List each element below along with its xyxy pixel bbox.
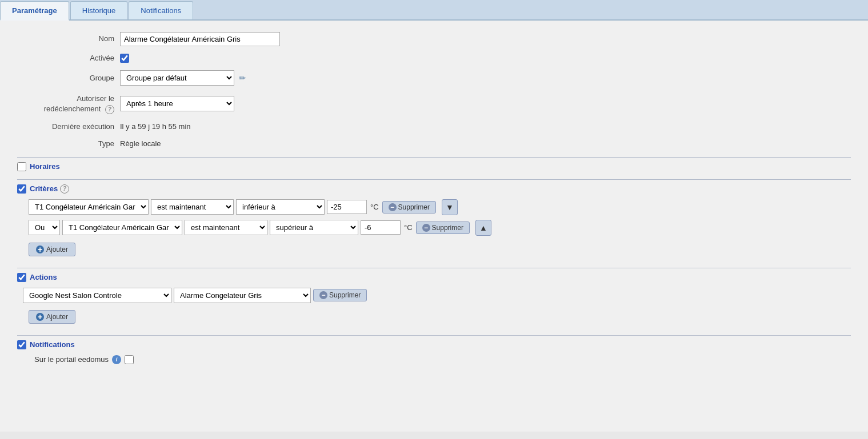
tab-parametrage[interactable]: Paramétrage: [0, 1, 69, 21]
activee-label: Activée: [17, 53, 120, 63]
horaires-section: Horaires: [17, 157, 851, 171]
portail-checkbox[interactable]: [125, 355, 134, 364]
activee-checkbox[interactable]: [120, 54, 129, 63]
activee-row: Activée: [17, 53, 851, 63]
actions-section-header: Actions: [17, 268, 851, 282]
criteria-1-value-input[interactable]: [327, 200, 367, 214]
minus-icon-2: −: [422, 224, 430, 232]
action-1-action-select[interactable]: Alarme Congelateur Gris: [174, 288, 311, 303]
criteria-2-remove-button[interactable]: − Supprimer: [416, 221, 470, 234]
criteres-help-icon[interactable]: ?: [60, 184, 69, 194]
criteria-add-row: + Ajouter: [17, 240, 851, 256]
criteria-1-remove-button[interactable]: − Supprimer: [382, 201, 436, 214]
minus-icon-1: −: [389, 203, 397, 211]
criteria-1-device-select[interactable]: T1 Congélateur Américain Garage (: [29, 199, 149, 215]
groupe-row: Groupe Groupe par défaut ✏: [17, 70, 851, 86]
type-value: Règle locale: [120, 139, 161, 148]
criteria-row-2: Ou Et T1 Congélateur Américain Garage ( …: [17, 220, 851, 236]
criteria-1-condition-select[interactable]: inférieur à supérieur à égal à: [236, 199, 325, 215]
criteria-1-move-down-button[interactable]: ▼: [442, 199, 458, 215]
notifications-checkbox[interactable]: [17, 340, 26, 349]
minus-icon-action-1: −: [319, 291, 327, 299]
horaires-title: Horaires: [30, 162, 60, 171]
autoriser-select[interactable]: Après 1 heure Jamais Après 15 minutes Ap…: [120, 96, 234, 111]
nom-input[interactable]: [120, 32, 280, 46]
derniere-exec-label: Dernière exécution: [17, 122, 120, 132]
criteria-2-value-input[interactable]: [361, 220, 401, 235]
criteria-2-move-up-button[interactable]: ▲: [475, 220, 491, 236]
criteria-2-timing-select[interactable]: est maintenant: [185, 220, 267, 235]
autoriser-help-icon[interactable]: ?: [105, 105, 114, 114]
criteres-section-header: Critères ?: [17, 179, 851, 194]
criteria-add-button[interactable]: + Ajouter: [29, 243, 75, 256]
criteria-1-unit: °C: [370, 203, 379, 211]
action-1-device-select[interactable]: Google Nest Salon Controle: [23, 288, 171, 303]
horaires-checkbox[interactable]: [17, 162, 26, 171]
notif-portail-label: Sur le portail eedomus: [34, 355, 109, 364]
type-row: Type Règle locale: [17, 139, 851, 149]
action-1-remove-button[interactable]: − Supprimer: [313, 289, 367, 301]
actions-add-button[interactable]: + Ajouter: [29, 310, 75, 324]
criteres-checkbox[interactable]: [17, 184, 26, 194]
derniere-exec-value: Il y a 59 j 19 h 55 min: [120, 122, 191, 131]
pencil-icon[interactable]: ✏: [239, 73, 246, 83]
plus-icon-actions: +: [36, 313, 44, 321]
criteres-title: Critères: [30, 184, 58, 193]
criteria-2-connector-select[interactable]: Ou Et: [29, 220, 60, 235]
groupe-select[interactable]: Groupe par défaut: [120, 70, 234, 86]
tabs-bar: Paramétrage Historique Notifications: [0, 0, 868, 21]
tab-historique[interactable]: Historique: [70, 1, 128, 19]
criteria-row-1: T1 Congélateur Américain Garage ( est ma…: [17, 199, 851, 215]
derniere-exec-row: Dernière exécution Il y a 59 j 19 h 55 m…: [17, 122, 851, 132]
actions-row-1: Google Nest Salon Controle Alarme Congel…: [17, 288, 851, 303]
nom-row: Nom: [17, 32, 851, 46]
type-label: Type: [17, 139, 120, 149]
criteria-2-unit: °C: [404, 223, 413, 232]
criteria-2-condition-select[interactable]: supérieur à inférieur à égal à: [270, 220, 358, 235]
criteria-2-device-select[interactable]: T1 Congélateur Américain Garage (: [62, 220, 182, 235]
main-content: Nom Activée Groupe Groupe par défaut ✏ A…: [0, 21, 868, 432]
notif-portail-row: Sur le portail eedomus i: [17, 355, 851, 364]
autoriser-row: Autoriser le redéclenchement ? Après 1 h…: [17, 92, 851, 114]
actions-title: Actions: [30, 273, 57, 281]
notifications-section-header: Notifications: [17, 335, 851, 349]
notifications-title: Notifications: [30, 340, 75, 349]
actions-add-row: + Ajouter: [17, 308, 851, 324]
portail-info-icon[interactable]: i: [112, 355, 121, 364]
criteria-1-timing-select[interactable]: est maintenant: [151, 199, 234, 215]
autoriser-label: Autoriser le redéclenchement ?: [17, 92, 120, 114]
plus-icon-criteria: +: [36, 245, 44, 253]
groupe-label: Groupe: [17, 73, 120, 83]
tab-notifications[interactable]: Notifications: [129, 1, 193, 19]
actions-checkbox[interactable]: [17, 273, 26, 282]
nom-label: Nom: [17, 34, 120, 44]
